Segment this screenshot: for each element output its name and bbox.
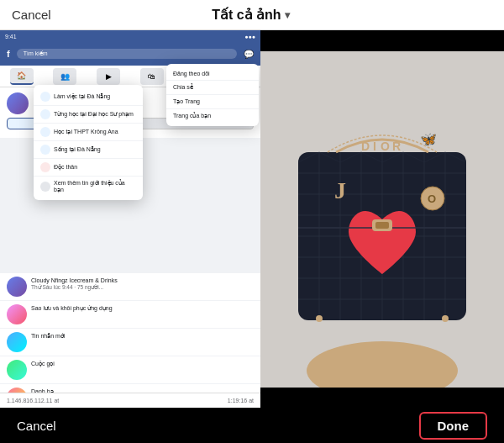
fb-dd-label-0: Làm việc tại Đà Nẵng — [54, 93, 110, 100]
fb-notif-avatar-3 — [7, 360, 27, 380]
fb-notif-list: Cloudy Nfingz Icecream & Drinks Thứ Sáu … — [0, 273, 260, 408]
chevron-down-icon[interactable]: ▾ — [285, 9, 290, 21]
fb-notif-text-2: Tin nhắn mới — [31, 332, 254, 340]
fb-right-label-1: Chia sẻ — [173, 84, 193, 91]
svg-text:O: O — [381, 140, 390, 153]
bottom-bar: Cancel Done — [0, 408, 504, 443]
fb-home-icon[interactable]: 🏠 — [10, 68, 34, 85]
fb-right-label-2: Tạo Trang — [173, 98, 200, 105]
fb-dropdown-menu: Làm việc tại Đà Nẵng Từng học tại Đại họ… — [34, 85, 143, 200]
fb-dd-icon-5 — [40, 182, 50, 192]
svg-point-35 — [316, 315, 323, 322]
fb-signals: ●●● — [244, 34, 255, 40]
fb-bottom-area: Cloudy Nfingz Icecream & Drinks Thứ Sáu … — [0, 273, 260, 408]
fb-notif-text-0: Cloudy Nfingz Icecream & Drinks — [31, 277, 118, 284]
main-content: 9:41 ●●● f Tìm kiếm 💬 🏠 👥 ▶ 🛍 🔔 ≡ — [0, 30, 504, 408]
fb-dd-label-4: Độc thân — [54, 164, 77, 171]
fb-dd-label-3: Sống tại Đà Nẵng — [54, 146, 101, 153]
fb-friends-icon[interactable]: 👥 — [53, 68, 76, 85]
dior-bag-image: J D I O R O 🦋 — [260, 51, 504, 388]
fb-dropdown-item-0[interactable]: Làm việc tại Đà Nẵng — [34, 88, 143, 106]
fb-video-icon[interactable]: ▶ — [97, 68, 120, 85]
title-text: Tất cả ảnh — [212, 7, 281, 23]
svg-text:O: O — [428, 192, 436, 205]
fb-dd-icon-4 — [40, 162, 50, 172]
fb-marketplace-icon[interactable]: 🛍 — [140, 68, 164, 85]
fb-dd-label-1: Từng học tại Đại học Sư phạm — [54, 111, 134, 118]
fb-notif-item-0[interactable]: Cloudy Nfingz Icecream & Drinks Thứ Sáu … — [0, 273, 260, 301]
fb-messenger-icon[interactable]: 💬 — [244, 50, 254, 59]
fb-notif-avatar-1 — [7, 304, 27, 324]
fb-dd-icon-2 — [40, 127, 50, 137]
fb-dropdown-item-4[interactable]: Độc thân — [34, 159, 143, 177]
fb-notif-time-0: Thứ Sáu lúc 9:44 · 75 người... — [31, 284, 118, 291]
fb-dd-icon-3 — [40, 145, 50, 155]
fb-search-text: Tìm kiếm — [24, 50, 48, 56]
fb-notif-avatar-2 — [7, 332, 27, 352]
fb-dd-label-2: Học tại THPT Krông Ana — [54, 129, 118, 135]
svg-point-36 — [442, 315, 449, 322]
fb-dd-icon-0 — [40, 92, 50, 102]
svg-rect-34 — [375, 222, 389, 229]
svg-point-0 — [307, 341, 458, 388]
image-preview: J D I O R O 🦋 — [260, 30, 504, 408]
fb-topnav: f Tìm kiếm 💬 — [0, 42, 260, 66]
fb-right-item-0[interactable]: Đăng theo dõi — [166, 67, 259, 81]
fb-dd-icon-1 — [40, 109, 50, 119]
bottom-done-button[interactable]: Done — [419, 412, 488, 440]
fb-profile-avatar — [7, 92, 29, 114]
fb-notif-item-3[interactable]: Cuộc gọi — [0, 356, 260, 384]
fb-dropdown-item-5[interactable]: Xem thêm tin giới thiệu của bạn — [34, 177, 143, 197]
right-panel: J D I O R O 🦋 — [260, 30, 504, 408]
svg-text:J: J — [334, 177, 346, 203]
facebook-screenshot: 9:41 ●●● f Tìm kiếm 💬 🏠 👥 ▶ 🛍 🔔 ≡ — [0, 30, 260, 408]
bottom-cancel-button[interactable]: Cancel — [17, 419, 56, 433]
svg-text:I: I — [373, 140, 376, 153]
fb-bottom-tabbar: 1.146.816.112.11 at 1:19:16 at — [0, 393, 260, 408]
fb-right-item-2[interactable]: Tạo Trang — [166, 95, 259, 109]
top-title: Tất cả ảnh ▾ — [212, 7, 289, 23]
fb-search-box[interactable]: Tìm kiếm — [17, 49, 237, 59]
fb-time: 9:41 — [5, 34, 17, 40]
fb-right-label-3: Trang của bạn — [173, 113, 211, 119]
fb-right-item-3[interactable]: Trang của bạn — [166, 109, 259, 123]
svg-text:🦋: 🦋 — [420, 131, 437, 147]
fb-right-item-1[interactable]: Chia sẻ — [166, 81, 259, 95]
fb-bottom-phone: 1.146.816.112.11 at — [7, 398, 59, 403]
fb-dropdown-item-3[interactable]: Sống tại Đà Nẵng — [34, 141, 143, 159]
fb-right-label-0: Đăng theo dõi — [173, 71, 210, 76]
fb-dd-label-5: Xem thêm tin giới thiệu của bạn — [54, 180, 136, 193]
top-bar: Cancel Tất cả ảnh ▾ — [0, 0, 504, 30]
fb-dropdown-right-menu: Đăng theo dõi Chia sẻ Tạo Trang Trang củ… — [166, 64, 259, 126]
fb-notif-content-0: Cloudy Nfingz Icecream & Drinks Thứ Sáu … — [31, 277, 118, 291]
fb-notif-item-2[interactable]: Tin nhắn mới — [0, 329, 260, 356]
fb-notif-item-1[interactable]: Sao lưu và khôi phục ứng dụng — [0, 301, 260, 329]
top-cancel-button[interactable]: Cancel — [12, 8, 51, 22]
fb-notif-text-3: Cuộc gọi — [31, 360, 254, 367]
fb-dropdown-item-2[interactable]: Học tại THPT Krông Ana — [34, 124, 143, 141]
left-panel: 9:41 ●●● f Tìm kiếm 💬 🏠 👥 ▶ 🛍 🔔 ≡ — [0, 30, 260, 408]
fb-logo: f — [7, 49, 10, 59]
fb-notif-text-1: Sao lưu và khôi phục ứng dụng — [31, 304, 254, 312]
fb-statusbar: 9:41 ●●● — [0, 30, 260, 42]
fb-dropdown-item-1[interactable]: Từng học tại Đại học Sư phạm — [34, 106, 143, 124]
fb-bottom-clock: 1:19:16 at — [228, 398, 254, 403]
fb-notif-avatar-0 — [7, 277, 27, 297]
